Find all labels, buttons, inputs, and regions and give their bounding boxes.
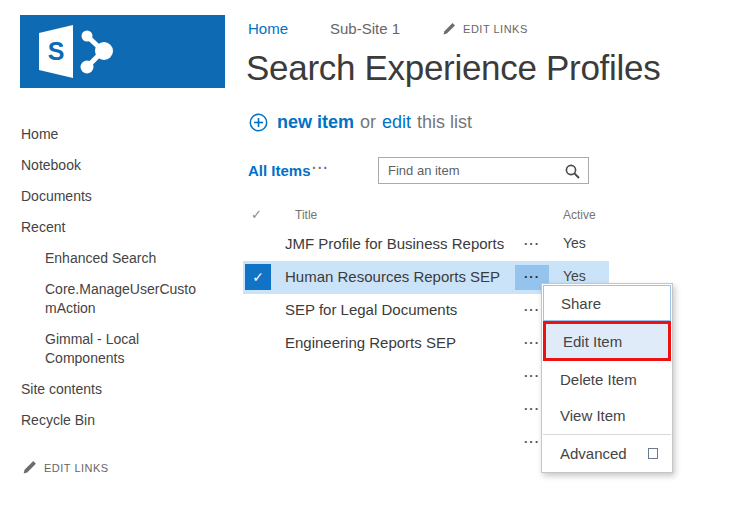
row-title[interactable]: SEP for Legal Documents bbox=[285, 301, 457, 318]
row-active-value: Yes bbox=[563, 268, 586, 284]
row-active-value: Yes bbox=[563, 235, 586, 251]
row-title[interactable]: Engineering Reports SEP bbox=[285, 334, 456, 351]
menu-item-label: Delete Item bbox=[560, 371, 637, 388]
more-views-button[interactable]: ··· bbox=[312, 160, 329, 176]
top-edit-links-label: EDIT LINKS bbox=[463, 23, 528, 35]
search-box bbox=[378, 157, 589, 184]
sidebar-edit-links-label: EDIT LINKS bbox=[44, 462, 109, 474]
sidebar-item-recycle-bin[interactable]: Recycle Bin bbox=[21, 411, 231, 430]
row-title[interactable]: Human Resources Reports SEP bbox=[285, 268, 500, 285]
row-checkbox[interactable] bbox=[245, 330, 271, 356]
row-checkbox[interactable] bbox=[245, 297, 271, 323]
add-circle-icon bbox=[249, 113, 268, 132]
page-title: Search Experience Profiles bbox=[246, 48, 660, 88]
context-menu: ShareEdit ItemDelete ItemView ItemAdvanc… bbox=[541, 283, 673, 473]
menu-item-edit-item[interactable]: Edit Item bbox=[543, 321, 671, 361]
new-item-link[interactable]: new item bbox=[277, 112, 354, 133]
svg-text:S: S bbox=[48, 37, 65, 65]
row-checkbox[interactable] bbox=[245, 363, 271, 389]
sidebar-item-notebook[interactable]: Notebook bbox=[21, 156, 231, 175]
row-title[interactable]: JMF Profile for Business Reports bbox=[285, 235, 504, 252]
menu-item-share[interactable]: Share bbox=[543, 285, 671, 321]
sidebar: HomeNotebookDocumentsRecentEnhanced Sear… bbox=[21, 125, 231, 442]
edit-list-link[interactable]: edit bbox=[382, 112, 411, 133]
sidebar-item-home[interactable]: Home bbox=[21, 125, 231, 144]
menu-item-view-item[interactable]: View Item bbox=[543, 397, 671, 433]
table-row[interactable]: JMF Profile for Business Reports···Yes bbox=[243, 228, 609, 261]
menu-item-advanced[interactable]: Advanced bbox=[543, 435, 671, 471]
table-header: ✓ Title Active bbox=[243, 205, 609, 227]
pencil-icon bbox=[22, 460, 37, 475]
row-checkbox[interactable] bbox=[245, 231, 271, 257]
sidebar-item-enhanced-search[interactable]: Enhanced Search bbox=[21, 249, 199, 268]
menu-item-label: Advanced bbox=[560, 445, 627, 462]
row-checkbox[interactable] bbox=[245, 396, 271, 422]
sharepoint-logo[interactable]: S bbox=[20, 15, 225, 88]
or-text: or bbox=[360, 112, 376, 133]
row-ellipsis-button[interactable]: ··· bbox=[515, 232, 549, 257]
sidebar-item-recent[interactable]: Recent bbox=[21, 218, 231, 237]
menu-item-delete-item[interactable]: Delete Item bbox=[543, 361, 671, 397]
sidebar-item-site-contents[interactable]: Site contents bbox=[21, 380, 231, 399]
sidebar-edit-links-button[interactable]: EDIT LINKS bbox=[22, 460, 109, 475]
row-checkbox[interactable] bbox=[245, 429, 271, 455]
sidebar-item-core-manageusercustomaction[interactable]: Core.ManageUserCustomAction bbox=[21, 280, 199, 318]
column-header-active[interactable]: Active bbox=[563, 208, 596, 222]
menu-item-label: Edit Item bbox=[563, 333, 622, 350]
menu-item-label: Share bbox=[561, 295, 601, 312]
this-list-text: this list bbox=[417, 112, 472, 133]
search-input[interactable] bbox=[379, 158, 588, 183]
sharepoint-logo-glyph: S bbox=[37, 23, 147, 80]
top-edit-links-button[interactable]: EDIT LINKS bbox=[442, 22, 528, 36]
search-icon[interactable] bbox=[564, 163, 581, 180]
sidebar-item-gimmal-local-components[interactable]: Gimmal - Local Components bbox=[21, 330, 199, 368]
select-all-checkmark-icon[interactable]: ✓ bbox=[251, 207, 262, 222]
top-nav-item-sub-site-1[interactable]: Sub-Site 1 bbox=[330, 20, 400, 37]
sidebar-item-documents[interactable]: Documents bbox=[21, 187, 231, 206]
top-nav: HomeSub-Site 1 EDIT LINKS bbox=[248, 20, 528, 37]
row-selected-checkmark-icon[interactable]: ✓ bbox=[245, 264, 271, 290]
top-nav-items: HomeSub-Site 1 bbox=[248, 20, 442, 37]
new-item-toolbar: new item or edit this list bbox=[249, 112, 472, 133]
top-nav-item-home[interactable]: Home bbox=[248, 20, 288, 37]
pencil-icon bbox=[442, 22, 456, 36]
menu-item-label: View Item bbox=[560, 407, 626, 424]
column-header-title[interactable]: Title bbox=[295, 208, 317, 222]
view-tab-all-items[interactable]: All Items bbox=[248, 162, 311, 179]
submenu-indicator-icon bbox=[648, 448, 658, 459]
